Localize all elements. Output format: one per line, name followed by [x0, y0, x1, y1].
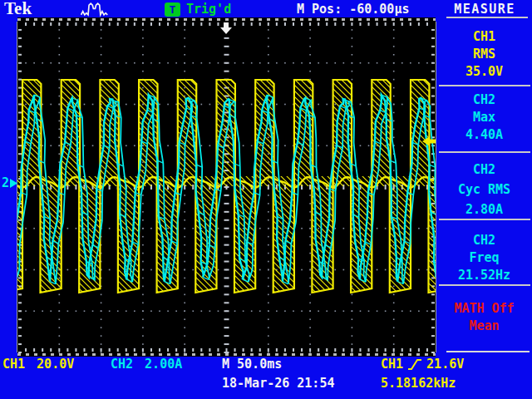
ch1-label: CH1: [2, 357, 25, 372]
waveform-icon: [81, 2, 111, 17]
rising-slope-icon: [406, 358, 424, 371]
ch2-scale-value: 2.00A: [145, 357, 182, 372]
measurement-type: RMS: [436, 46, 532, 63]
measurement-value: 4.40A: [436, 126, 532, 144]
measurement-box-5[interactable]: MATH Off Mean: [436, 285, 532, 335]
measurement-type: Cyc RMS: [436, 180, 532, 200]
datetime-readout: 18-Mar-26 21:54: [222, 377, 334, 390]
measurement-source: MATH Off: [436, 300, 532, 318]
top-bar: Tek T Trig'd M Pos: -60.00µs MEASURE: [0, 0, 532, 18]
measurement-box-4[interactable]: CH2 Freq 21.52Hz: [436, 220, 532, 284]
menu-title-underline: [446, 17, 528, 18]
ch2-scale-readout: CH22.00A: [111, 357, 182, 371]
ch2-marker-label: 2: [2, 176, 9, 190]
measurement-box-1[interactable]: CH1 RMS 35.0V: [436, 23, 532, 81]
menu-title: MEASURE: [438, 2, 531, 16]
right-arrow-icon: [9, 177, 18, 190]
measurement-type: Freq: [436, 249, 532, 267]
trigger-frequency-readout: 5.18162kHz: [381, 377, 456, 390]
measurement-source: CH2: [436, 91, 532, 109]
oscilloscope-screen: Tek T Trig'd M Pos: -60.00µs MEASURE CH1…: [0, 0, 532, 399]
measurement-type: Max: [436, 109, 532, 126]
measurement-type: Mean: [436, 318, 532, 335]
measurement-box-2[interactable]: CH2 Max 4.40A: [436, 86, 532, 144]
ch1-scale-readout: CH120.0V: [2, 357, 74, 371]
trigger-status-label: Trig'd: [186, 2, 231, 16]
trigger-source-label: CH1: [381, 357, 403, 371]
horizontal-position-readout: M Pos: -60.00µs: [297, 2, 409, 16]
measurement-box-3[interactable]: CH2 Cyc RMS 2.80A: [436, 152, 532, 219]
timebase-readout: M 50.0ms: [222, 357, 282, 371]
tek-logo: Tek: [4, 0, 32, 17]
trigger-level-value: 21.6V: [426, 357, 464, 371]
measurement-value: 2.80A: [436, 200, 532, 219]
trigger-icon-letter: T: [170, 4, 176, 15]
trigger-mode-icon: T: [165, 2, 180, 17]
ch2-label: CH2: [111, 357, 133, 372]
ch2-ground-marker: 2: [2, 176, 18, 190]
measurement-source: CH1: [436, 28, 532, 46]
trigger-readout: CH121.6V: [381, 357, 464, 371]
measurement-source: CH2: [436, 232, 532, 249]
measurement-value: 21.52Hz: [436, 267, 532, 284]
ch1-scale-value: 20.0V: [37, 357, 74, 372]
measurement-value: 35.0V: [436, 63, 532, 81]
measurement-source: CH2: [436, 160, 532, 180]
